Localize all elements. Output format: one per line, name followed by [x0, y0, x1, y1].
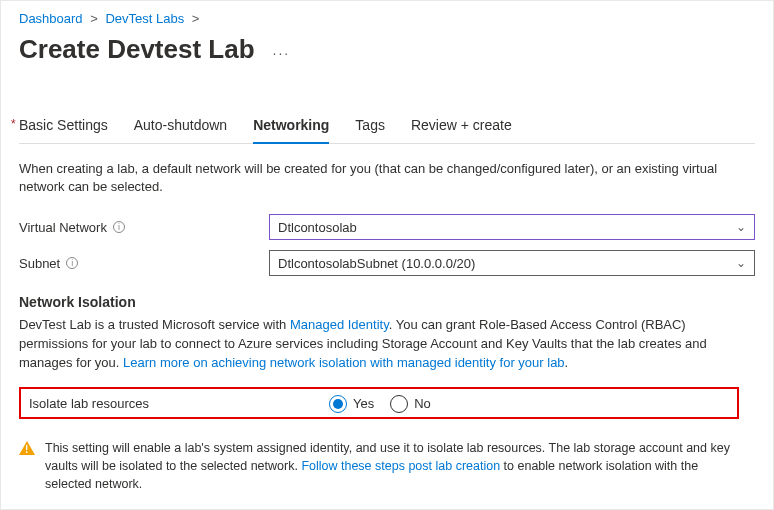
- chevron-down-icon: ⌄: [736, 220, 746, 234]
- isolate-resources-label: Isolate lab resources: [29, 396, 149, 411]
- subnet-label: Subnet: [19, 256, 60, 271]
- network-isolation-heading: Network Isolation: [19, 294, 755, 310]
- page-title: Create Devtest Lab: [19, 34, 255, 65]
- more-icon[interactable]: ···: [273, 46, 291, 70]
- learn-more-link[interactable]: Learn more on achieving network isolatio…: [123, 355, 565, 370]
- tab-review-create[interactable]: Review + create: [411, 111, 512, 143]
- subnet-select[interactable]: DtlcontosolabSubnet (10.0.0.0/20) ⌄: [269, 250, 755, 276]
- isolate-no-radio[interactable]: No: [390, 395, 431, 413]
- isolate-resources-row: Isolate lab resources Yes No: [19, 387, 739, 419]
- tab-networking[interactable]: Networking: [253, 111, 329, 143]
- breadcrumb-item[interactable]: Dashboard: [19, 11, 83, 26]
- tab-basic-settings[interactable]: Basic Settings: [19, 111, 108, 143]
- breadcrumb-item[interactable]: DevTest Labs: [105, 11, 184, 26]
- radio-label: No: [414, 396, 431, 411]
- warning-icon: [19, 441, 35, 455]
- post-creation-link[interactable]: Follow these steps post lab creation: [301, 459, 500, 473]
- chevron-right-icon: >: [192, 11, 200, 26]
- radio-icon: [390, 395, 408, 413]
- info-icon[interactable]: i: [66, 257, 78, 269]
- chevron-right-icon: >: [90, 11, 98, 26]
- networking-description: When creating a lab, a default network w…: [19, 160, 719, 196]
- radio-label: Yes: [353, 396, 374, 411]
- info-icon[interactable]: i: [113, 221, 125, 233]
- tab-auto-shutdown[interactable]: Auto-shutdown: [134, 111, 227, 143]
- tab-bar: Basic Settings Auto-shutdown Networking …: [19, 111, 755, 144]
- chevron-down-icon: ⌄: [736, 256, 746, 270]
- vnet-select[interactable]: Dtlcontosolab ⌄: [269, 214, 755, 240]
- isolate-yes-radio[interactable]: Yes: [329, 395, 374, 413]
- network-isolation-text: DevTest Lab is a trusted Microsoft servi…: [19, 316, 729, 373]
- vnet-label: Virtual Network: [19, 220, 107, 235]
- vnet-value: Dtlcontosolab: [278, 220, 357, 235]
- tab-tags[interactable]: Tags: [355, 111, 385, 143]
- breadcrumb: Dashboard > DevTest Labs >: [19, 11, 755, 26]
- warning-message: This setting will enable a lab's system …: [19, 439, 739, 493]
- managed-identity-link[interactable]: Managed Identity: [290, 317, 389, 332]
- subnet-value: DtlcontosolabSubnet (10.0.0.0/20): [278, 256, 475, 271]
- radio-icon: [329, 395, 347, 413]
- isolate-radio-group: Yes No: [329, 395, 431, 413]
